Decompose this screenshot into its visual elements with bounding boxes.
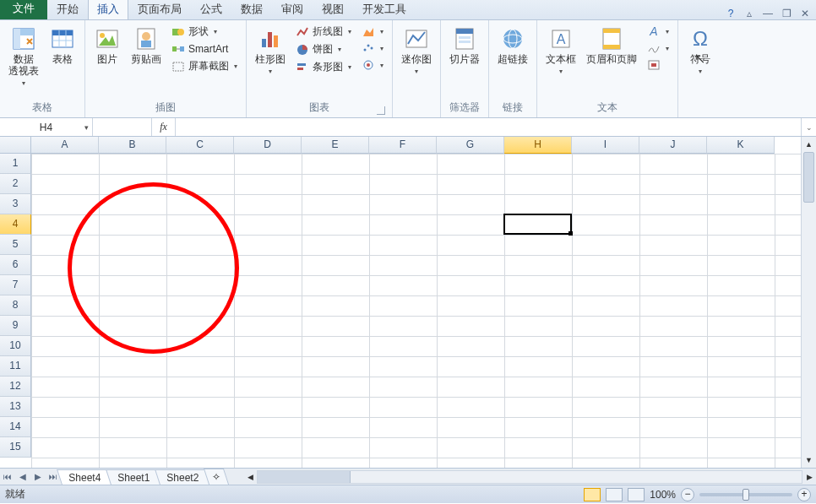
- scatter-chart-button[interactable]: ▾: [358, 41, 387, 56]
- signature-button[interactable]: ↖▾: [644, 41, 672, 56]
- sheet-tab-label: Sheet4: [68, 472, 101, 484]
- column-header[interactable]: H: [504, 137, 572, 154]
- row-header[interactable]: 10: [0, 336, 31, 356]
- object-button[interactable]: [644, 57, 672, 73]
- zoom-knob[interactable]: [743, 489, 749, 501]
- formula-bar: H4▾ fx ⌄: [0, 118, 816, 137]
- vertical-scrollbar[interactable]: ▲ ▼: [801, 137, 816, 468]
- charts-dialog-launcher[interactable]: [377, 106, 385, 115]
- header-footer-button[interactable]: 页眉和页脚: [583, 24, 640, 68]
- textbox-button[interactable]: A 文本框 ▾: [542, 24, 579, 77]
- tab-developer[interactable]: 开发工具: [353, 0, 416, 19]
- red-circle-shape[interactable]: [68, 182, 239, 354]
- pie-chart-button[interactable]: 饼图▾: [292, 41, 355, 57]
- row-header[interactable]: 1: [0, 154, 31, 174]
- smartart-button[interactable]: SmartArt: [168, 41, 241, 57]
- minimize-window-icon[interactable]: —: [762, 8, 774, 19]
- scroll-down-icon[interactable]: ▼: [802, 453, 816, 468]
- new-sheet-button[interactable]: ✧: [204, 469, 229, 485]
- slicer-button[interactable]: 切片器: [446, 24, 483, 68]
- picture-button[interactable]: 图片: [90, 24, 124, 68]
- line-chart-button[interactable]: 折线图▾: [292, 24, 355, 40]
- area-chart-button[interactable]: ▾: [358, 24, 387, 39]
- zoom-out-button[interactable]: −: [681, 488, 694, 501]
- column-header[interactable]: C: [166, 137, 234, 154]
- name-box[interactable]: H4▾: [0, 118, 93, 136]
- row-header[interactable]: 12: [0, 377, 31, 397]
- chevron-down-icon[interactable]: ▾: [84, 123, 89, 132]
- vscroll-thumb[interactable]: [803, 152, 814, 203]
- column-header[interactable]: I: [572, 137, 639, 154]
- cell-grid[interactable]: [31, 154, 801, 468]
- tab-review[interactable]: 审阅: [272, 0, 313, 19]
- zoom-slider[interactable]: [699, 493, 792, 496]
- row-header[interactable]: 7: [0, 275, 31, 295]
- row-header[interactable]: 6: [0, 255, 31, 275]
- page-break-view-button[interactable]: [628, 488, 645, 501]
- sheet-tab[interactable]: Sheet1: [106, 469, 161, 485]
- tab-page-layout[interactable]: 页面布局: [128, 0, 191, 19]
- row-header[interactable]: 8: [0, 295, 31, 316]
- column-header[interactable]: G: [437, 137, 504, 154]
- table-button[interactable]: 表格: [46, 24, 79, 68]
- horizontal-scrollbar[interactable]: ◀ ▶: [243, 470, 816, 484]
- row-header[interactable]: 14: [0, 417, 31, 437]
- row-header[interactable]: 13: [0, 397, 31, 417]
- bar-chart-button[interactable]: 条形图▾: [292, 59, 355, 75]
- page-layout-view-button[interactable]: [606, 488, 623, 501]
- first-sheet-icon[interactable]: ⏮: [0, 472, 15, 481]
- tab-view[interactable]: 视图: [313, 0, 353, 19]
- row-header[interactable]: 15: [0, 437, 31, 458]
- pie-chart-label: 饼图: [313, 42, 333, 57]
- close-window-icon[interactable]: ✕: [799, 8, 811, 19]
- hyperlink-button[interactable]: 超链接: [494, 24, 531, 68]
- tab-home[interactable]: 开始: [47, 0, 88, 19]
- select-all-corner[interactable]: [0, 137, 31, 154]
- column-header[interactable]: J: [639, 137, 707, 154]
- svg-rect-13: [141, 41, 151, 47]
- tab-formulas[interactable]: 公式: [191, 0, 231, 19]
- other-chart-button[interactable]: ▾: [358, 57, 387, 73]
- screenshot-icon: [171, 60, 185, 73]
- shapes-button[interactable]: 形状▾: [168, 24, 241, 40]
- prev-sheet-icon[interactable]: ◀: [15, 472, 30, 481]
- row-header[interactable]: 5: [0, 235, 31, 255]
- tab-data[interactable]: 数据: [231, 0, 272, 19]
- normal-view-button[interactable]: [584, 488, 601, 501]
- pivot-table-button[interactable]: 数据 透视表 ▾: [5, 24, 42, 89]
- column-header[interactable]: E: [302, 137, 369, 154]
- tab-insert[interactable]: 插入: [88, 0, 128, 19]
- clipart-button[interactable]: 剪贴画: [128, 24, 165, 68]
- sheet-tab[interactable]: Sheet2: [155, 469, 210, 485]
- column-header[interactable]: F: [369, 137, 437, 154]
- row-header[interactable]: 9: [0, 316, 31, 336]
- minimize-ribbon-icon[interactable]: ▵: [743, 8, 755, 19]
- scroll-right-icon[interactable]: ▶: [802, 473, 816, 481]
- row-header[interactable]: 2: [0, 174, 31, 194]
- scroll-up-icon[interactable]: ▲: [802, 137, 816, 152]
- row-header[interactable]: 11: [0, 356, 31, 377]
- help-icon[interactable]: ?: [725, 8, 737, 19]
- zoom-in-button[interactable]: +: [797, 488, 811, 501]
- row-header[interactable]: 4: [0, 214, 31, 235]
- column-header[interactable]: K: [707, 137, 775, 154]
- column-chart-button[interactable]: 柱形图 ▾: [252, 24, 289, 77]
- screenshot-button[interactable]: 屏幕截图▾: [168, 58, 241, 74]
- column-header[interactable]: A: [31, 137, 99, 154]
- hscroll-thumb[interactable]: [258, 471, 351, 483]
- scroll-left-icon[interactable]: ◀: [243, 473, 257, 481]
- symbol-button[interactable]: Ω 符号 ▾: [683, 24, 717, 77]
- restore-window-icon[interactable]: ❐: [781, 8, 792, 19]
- tab-file[interactable]: 文件: [0, 0, 47, 19]
- wordart-button[interactable]: A▾: [644, 24, 672, 39]
- sparkline-button[interactable]: 迷你图 ▾: [398, 24, 435, 77]
- fx-button[interactable]: fx: [152, 118, 176, 136]
- column-header[interactable]: B: [99, 137, 166, 154]
- expand-formula-bar[interactable]: ⌄: [801, 118, 816, 136]
- sheet-tab[interactable]: Sheet4: [57, 469, 112, 485]
- formula-input[interactable]: [176, 118, 801, 136]
- row-header[interactable]: 3: [0, 194, 31, 214]
- column-header[interactable]: D: [234, 137, 302, 154]
- next-sheet-icon[interactable]: ▶: [30, 472, 46, 481]
- svg-rect-17: [180, 46, 184, 51]
